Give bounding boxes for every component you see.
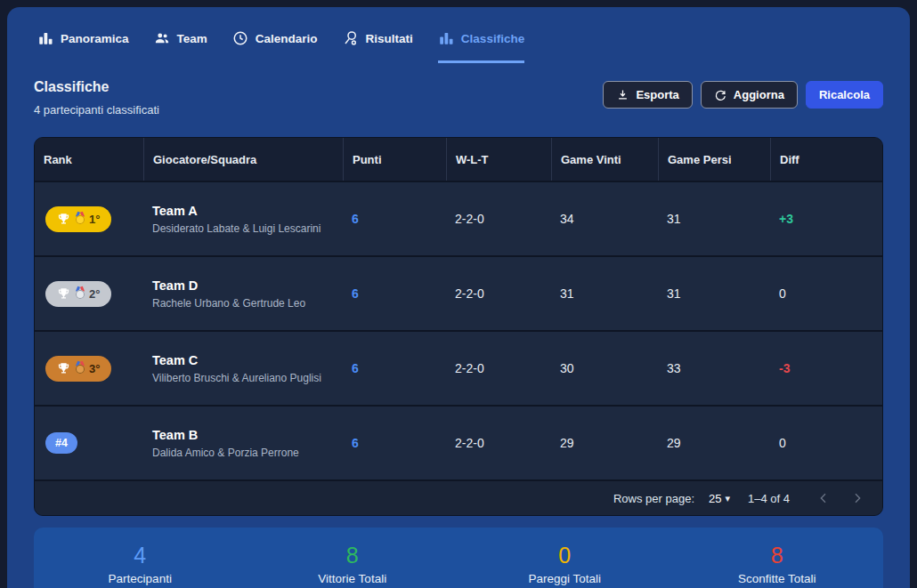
medal-icon — [76, 290, 85, 299]
rank-badge: 2° — [45, 281, 111, 307]
refresh-icon — [714, 88, 727, 101]
next-page-button[interactable] — [847, 487, 868, 509]
previous-page-button[interactable] — [813, 487, 834, 509]
games-lost-cell: 29 — [658, 407, 770, 479]
rank-cell: 1° — [35, 182, 143, 255]
recalculate-button-label: Ricalcola — [819, 88, 870, 101]
stat-label: Vittorie Totali — [318, 572, 386, 585]
diff-cell: 0 — [770, 257, 882, 330]
wlt-cell: 2-2-0 — [446, 407, 551, 479]
team-cell: Team D Rachele Urbano & Gertrude Leo — [143, 257, 343, 330]
tab-bar: Panoramica Team Calendario Risultati Cla… — [34, 30, 883, 63]
rank-label: 1° — [89, 213, 100, 226]
stat-label: Sconfitte Totali — [738, 572, 816, 585]
table-row: 2° Team D Rachele Urbano & Gertrude Leo … — [35, 255, 882, 330]
trophy-icon — [57, 213, 70, 226]
table-pagination: Rows per page: 25 ▾ 1–4 of 4 — [35, 479, 882, 515]
medal-icon — [76, 215, 85, 224]
recalculate-button[interactable]: Ricalcola — [806, 81, 883, 109]
diff-cell: -3 — [770, 332, 882, 405]
rank-label: #4 — [55, 437, 68, 449]
team-players: Rachele Urbano & Gertrude Leo — [152, 297, 305, 310]
wlt-cell: 2-2-0 — [446, 182, 551, 255]
games-won-cell: 30 — [551, 332, 658, 405]
points-cell: 6 — [343, 332, 446, 405]
column-header-wlt: W-L-T — [446, 138, 551, 181]
column-header-rank: Rank — [35, 138, 143, 181]
tab-classifiche[interactable]: Classifiche — [438, 30, 524, 63]
team-name: Team B — [152, 428, 198, 442]
page-header: Classifiche 4 partecipanti classificati … — [34, 79, 883, 117]
people-icon — [154, 30, 170, 46]
download-icon — [616, 88, 629, 101]
rank-label: 2° — [89, 287, 100, 301]
stat-value: 0 — [558, 544, 571, 567]
team-players: Viliberto Bruschi & Aureliano Puglisi — [152, 372, 321, 384]
pagination-range: 1–4 of 4 — [748, 492, 790, 505]
tab-label: Panoramica — [61, 32, 129, 45]
page-title: Classifiche — [34, 79, 159, 95]
stat-label: Partecipanti — [109, 572, 172, 585]
rank-badge: 1° — [45, 206, 111, 232]
refresh-button-label: Aggiorna — [734, 88, 784, 101]
team-players: Dalida Amico & Porzia Perrone — [152, 447, 299, 459]
clock-icon — [232, 30, 248, 46]
summary-stats-bar: 4 Partecipanti 8 Vittorie Totali 0 Pareg… — [34, 528, 883, 588]
medal-icon — [76, 365, 85, 374]
table-row: #4 Team B Dalida Amico & Porzia Perrone … — [35, 405, 882, 479]
main-card: Panoramica Team Calendario Risultati Cla… — [7, 7, 910, 588]
team-cell: Team C Viliberto Bruschi & Aureliano Pug… — [143, 332, 343, 405]
diff-cell: +3 — [770, 182, 882, 255]
games-won-cell: 29 — [551, 407, 658, 479]
column-header-games-won: Game Vinti — [551, 138, 658, 181]
stat-label: Pareggi Totali — [528, 572, 601, 585]
diff-cell: 0 — [770, 407, 882, 479]
rank-badge: #4 — [45, 432, 77, 454]
points-cell: 6 — [343, 257, 446, 330]
page-header-text: Classifiche 4 partecipanti classificati — [34, 79, 159, 117]
rows-per-page-select[interactable]: 25 ▾ — [709, 492, 730, 505]
rows-per-page-value: 25 — [709, 492, 721, 505]
export-button-label: Esporta — [636, 88, 678, 101]
header-actions: Esporta Aggiorna Ricalcola — [603, 81, 883, 109]
team-name: Team A — [152, 204, 198, 218]
table-row: 1° Team A Desiderato Labate & Luigi Lesc… — [35, 181, 882, 255]
column-header-diff: Diff — [770, 138, 882, 181]
games-lost-cell: 31 — [658, 182, 770, 255]
games-lost-cell: 31 — [658, 257, 770, 330]
trophy-icon — [57, 287, 70, 301]
stat-total-draws: 0 Pareggi Totali — [458, 541, 671, 585]
points-cell: 6 — [343, 407, 446, 479]
column-header-games-lost: Game Persi — [658, 138, 770, 181]
team-name: Team D — [152, 278, 198, 293]
rows-per-page: Rows per page: 25 ▾ — [613, 492, 730, 505]
rows-per-page-label: Rows per page: — [613, 492, 694, 505]
tab-risultati[interactable]: Risultati — [343, 30, 413, 63]
games-lost-cell: 33 — [658, 332, 770, 405]
games-won-cell: 34 — [551, 182, 658, 255]
rank-label: 3° — [89, 362, 100, 375]
rank-badge: 3° — [45, 356, 111, 382]
column-header-player: Giocatore/Squadra — [143, 138, 343, 181]
page-subtitle: 4 partecipanti classificati — [34, 103, 159, 117]
tab-calendario[interactable]: Calendario — [232, 30, 318, 63]
tab-label: Team — [177, 32, 207, 45]
stat-value: 8 — [346, 544, 359, 567]
export-button[interactable]: Esporta — [603, 81, 692, 109]
games-won-cell: 31 — [551, 257, 658, 330]
stat-value: 8 — [771, 544, 783, 567]
team-cell: Team A Desiderato Labate & Luigi Lescari… — [143, 182, 343, 255]
standings-table: Rank Giocatore/Squadra Punti W-L-T Game … — [34, 137, 883, 516]
racket-icon — [343, 30, 359, 46]
rank-cell: 2° — [35, 257, 143, 330]
wlt-cell: 2-2-0 — [446, 257, 551, 330]
stat-total-wins: 8 Vittorie Totali — [247, 541, 459, 585]
column-header-points: Punti — [343, 138, 446, 181]
wlt-cell: 2-2-0 — [446, 332, 551, 405]
tab-team[interactable]: Team — [154, 30, 207, 63]
rank-cell: #4 — [35, 407, 143, 479]
points-cell: 6 — [343, 182, 446, 255]
bar-chart-icon — [37, 30, 53, 46]
tab-panoramica[interactable]: Panoramica — [37, 30, 129, 63]
refresh-button[interactable]: Aggiorna — [701, 81, 798, 109]
